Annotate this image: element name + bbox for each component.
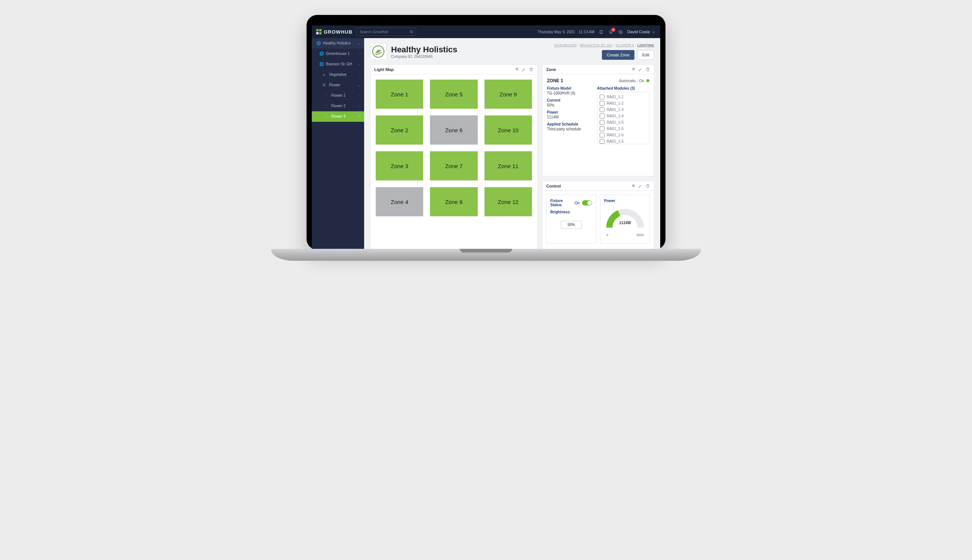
zone-tile[interactable]: Zone 1 xyxy=(376,80,423,109)
close-icon[interactable]: ✕ xyxy=(515,67,519,72)
sidebar-item-branson-st.-gh[interactable]: 🌐Branson St. GH⌄ xyxy=(312,59,364,70)
sidebar-item-label: Vegetative xyxy=(329,72,356,77)
user-menu[interactable]: David Costa xyxy=(627,29,656,34)
dots-icon: ⋮ xyxy=(324,93,328,98)
app-logo[interactable]: GROWHUB xyxy=(316,29,352,35)
module-row[interactable]: RA01_1-2 xyxy=(600,100,647,107)
page-header: Healthy Holistics Company ID: 294103945 … xyxy=(370,43,654,60)
close-icon[interactable]: ✕ xyxy=(632,183,635,188)
app-header: GROWHUB Thursday May 9, 2021 11:13 AM 3 xyxy=(312,25,660,38)
dots-icon: ⋮ xyxy=(324,104,328,108)
zone-tile[interactable]: Zone 9 xyxy=(484,80,532,109)
zone-tile[interactable]: Zone 8 xyxy=(430,187,478,216)
company-logo xyxy=(370,43,387,60)
breadcrumb-item[interactable]: LIGHTING xyxy=(637,43,654,47)
schedule-label: Applied Schedule xyxy=(547,122,592,126)
sidebar-item-greenhouse-1[interactable]: 🌐Greenhouse 1› xyxy=(312,48,364,59)
fixture-status-toggle[interactable] xyxy=(582,200,592,205)
search-wrap xyxy=(356,28,416,36)
page-title: Healthy Holistics xyxy=(391,45,457,55)
sidebar-item-label: Branson St. GH xyxy=(326,62,354,66)
zone-tile[interactable]: Zone 4 xyxy=(376,187,423,216)
search-input[interactable] xyxy=(356,28,416,36)
power-label: Power xyxy=(547,110,592,114)
module-row[interactable]: RA01_1-5 xyxy=(600,125,647,132)
globe-icon: 🌐 xyxy=(316,41,320,45)
zone-tile[interactable]: Zone 3 xyxy=(376,151,423,180)
sidebar-item-flower[interactable]: ⌘Flower⌄ xyxy=(312,80,364,90)
module-checkbox[interactable] xyxy=(600,95,605,99)
power-gauge: 1114W 0 3000 xyxy=(604,206,646,240)
module-label: RA01_1-2 xyxy=(607,101,624,105)
module-row[interactable]: RA01_1-1 xyxy=(600,94,647,100)
create-zone-button[interactable]: Create Zone xyxy=(602,50,635,60)
breadcrumb-item[interactable]: FLOWER 3 xyxy=(616,43,634,47)
module-label: RA01_1-5 xyxy=(607,139,624,143)
module-checkbox[interactable] xyxy=(600,101,605,106)
fixture-model-label: Fixture Model xyxy=(547,86,592,90)
chevron-down-icon: ⌄ xyxy=(357,62,361,66)
page-subtitle: Company ID: 294103945 xyxy=(391,55,457,58)
user-name: David Costa xyxy=(627,30,650,34)
modules-list[interactable]: RA01_1-1 RA01_1-2 RA01_1-3 RA01_1-4 RA01… xyxy=(597,92,650,144)
brightness-input[interactable]: 50% xyxy=(561,221,582,228)
module-label: RA01_1-4 xyxy=(607,114,624,118)
chevron-right-icon: › xyxy=(359,94,361,98)
zone-tile[interactable]: Zone 6 xyxy=(430,115,478,145)
module-checkbox[interactable] xyxy=(600,133,605,137)
sidebar-item-flower-2[interactable]: ⋮Flower 2› xyxy=(312,101,364,111)
status-dot-icon xyxy=(646,79,650,82)
breadcrumb-item[interactable]: BRANSTON ST. GH xyxy=(580,43,612,47)
module-checkbox[interactable] xyxy=(600,120,605,125)
zone-tile[interactable]: Zone 5 xyxy=(430,80,478,109)
module-label: RA01_1-5 xyxy=(607,133,624,137)
logo-mark-icon xyxy=(316,29,322,34)
sidebar-item-vegetative[interactable]: ⌀Vegetative› xyxy=(312,70,364,80)
fixture-status-card: Fixture Status On Brightness 50% xyxy=(546,195,596,243)
power-card: Power 1114W xyxy=(600,195,650,243)
module-row[interactable]: RA01_1-4 xyxy=(600,113,647,119)
chevron-right-icon: › xyxy=(578,43,579,47)
globe-icon: 🌐 xyxy=(319,52,323,56)
zone-tile[interactable]: Zone 11 xyxy=(484,151,532,180)
sidebar: 🌐Healthy Holistics⌄🌐Greenhouse 1›🌐Branso… xyxy=(312,38,364,250)
breadcrumb: DASHBOARD›BRANSTON ST. GH›FLOWER 3›LIGHT… xyxy=(554,43,654,47)
sidebar-item-label: Flower 2 xyxy=(331,104,356,108)
module-label: RA01_1-5 xyxy=(607,120,624,124)
trash-icon[interactable] xyxy=(529,67,533,72)
module-checkbox[interactable] xyxy=(600,107,605,112)
power-card-label: Power xyxy=(604,199,615,203)
zone-tile[interactable]: Zone 12 xyxy=(484,187,532,216)
module-checkbox[interactable] xyxy=(600,113,605,118)
bookmark-icon[interactable] xyxy=(598,29,604,34)
pencil-icon[interactable] xyxy=(638,183,643,188)
module-row[interactable]: RA01_1-5 xyxy=(600,132,647,138)
gear-icon[interactable] xyxy=(618,29,624,34)
brightness-label: Brightness xyxy=(550,210,570,214)
sidebar-item-healthy-holistics[interactable]: 🌐Healthy Holistics⌄ xyxy=(312,38,364,48)
module-row[interactable]: RA01_1-5 xyxy=(600,138,647,144)
close-icon[interactable]: ✕ xyxy=(632,67,635,72)
module-checkbox[interactable] xyxy=(600,126,605,131)
power-value: 1114W xyxy=(547,115,592,119)
zone-panel-title: Zone xyxy=(546,67,556,72)
power-max: 3000 xyxy=(636,233,644,237)
module-row[interactable]: RA01_1-3 xyxy=(600,107,647,113)
sidebar-item-flower-1[interactable]: ⋮Flower 1› xyxy=(312,90,364,101)
pencil-icon[interactable] xyxy=(521,67,526,72)
chevron-right-icon: › xyxy=(359,73,361,77)
zone-tile[interactable]: Zone 7 xyxy=(430,151,478,180)
breadcrumb-item[interactable]: DASHBOARD xyxy=(554,43,577,47)
bell-icon[interactable]: 3 xyxy=(608,29,614,34)
sidebar-item-flower-3[interactable]: ⋮Flower 3› xyxy=(312,111,364,122)
zone-tile[interactable]: Zone 2 xyxy=(376,115,423,145)
chevron-right-icon: › xyxy=(359,52,361,56)
pencil-icon[interactable] xyxy=(638,67,643,72)
trash-icon[interactable] xyxy=(646,183,650,188)
fixture-model-value: TG-1000HVR (9) xyxy=(547,91,592,95)
zone-tile[interactable]: Zone 10 xyxy=(484,115,532,145)
trash-icon[interactable] xyxy=(646,67,650,72)
module-checkbox[interactable] xyxy=(600,139,605,144)
module-row[interactable]: RA01_1-5 xyxy=(600,119,647,125)
edit-button[interactable]: Edit xyxy=(637,50,654,60)
